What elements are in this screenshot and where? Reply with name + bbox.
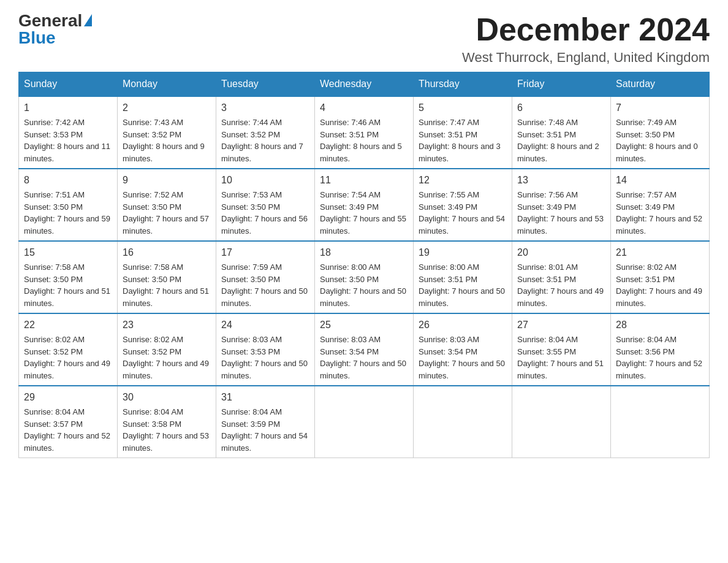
- calendar-empty-cell: [315, 386, 414, 458]
- calendar-day-26: 26Sunrise: 8:03 AMSunset: 3:54 PMDayligh…: [414, 313, 512, 386]
- day-number: 5: [419, 101, 507, 115]
- calendar-day-17: 17Sunrise: 7:59 AMSunset: 3:50 PMDayligh…: [216, 241, 315, 313]
- day-info: Sunrise: 8:03 AMSunset: 3:54 PMDaylight:…: [419, 334, 507, 381]
- day-info: Sunrise: 8:02 AMSunset: 3:52 PMDaylight:…: [24, 334, 112, 381]
- day-info: Sunrise: 7:56 AMSunset: 3:49 PMDaylight:…: [517, 189, 605, 237]
- day-info: Sunrise: 7:44 AMSunset: 3:52 PMDaylight:…: [221, 117, 309, 164]
- day-number: 1: [24, 101, 112, 115]
- page-header: General Blue December 2024 West Thurrock…: [18, 12, 710, 66]
- day-number: 31: [221, 390, 309, 405]
- calendar-day-2: 2Sunrise: 7:43 AMSunset: 3:52 PMDaylight…: [118, 96, 216, 169]
- calendar-day-20: 20Sunrise: 8:01 AMSunset: 3:51 PMDayligh…: [512, 241, 611, 313]
- day-info: Sunrise: 8:04 AMSunset: 3:55 PMDaylight:…: [517, 334, 605, 381]
- calendar-empty-cell: [414, 386, 512, 458]
- calendar-day-21: 21Sunrise: 8:02 AMSunset: 3:51 PMDayligh…: [611, 241, 710, 313]
- logo-blue-text: Blue: [18, 29, 56, 47]
- day-info: Sunrise: 7:51 AMSunset: 3:50 PMDaylight:…: [24, 189, 112, 237]
- day-info: Sunrise: 7:47 AMSunset: 3:51 PMDaylight:…: [419, 117, 507, 164]
- day-number: 24: [221, 318, 309, 332]
- day-info: Sunrise: 7:46 AMSunset: 3:51 PMDaylight:…: [320, 117, 408, 164]
- title-section: December 2024 West Thurrock, England, Un…: [462, 12, 710, 66]
- day-number: 30: [123, 390, 211, 405]
- calendar-header-monday: Monday: [118, 72, 216, 97]
- logo: General Blue: [18, 12, 92, 47]
- day-number: 26: [419, 318, 507, 332]
- day-info: Sunrise: 8:00 AMSunset: 3:50 PMDaylight:…: [320, 261, 408, 309]
- calendar-day-14: 14Sunrise: 7:57 AMSunset: 3:49 PMDayligh…: [611, 169, 710, 241]
- calendar-header-tuesday: Tuesday: [216, 72, 315, 97]
- day-info: Sunrise: 8:02 AMSunset: 3:52 PMDaylight:…: [123, 334, 211, 381]
- day-number: 9: [123, 173, 211, 188]
- calendar-day-8: 8Sunrise: 7:51 AMSunset: 3:50 PMDaylight…: [19, 169, 118, 241]
- calendar-week-row: 8Sunrise: 7:51 AMSunset: 3:50 PMDaylight…: [19, 169, 710, 241]
- calendar-empty-cell: [512, 386, 611, 458]
- day-number: 23: [123, 318, 211, 332]
- calendar-week-row: 15Sunrise: 7:58 AMSunset: 3:50 PMDayligh…: [19, 241, 710, 313]
- calendar-table: SundayMondayTuesdayWednesdayThursdayFrid…: [18, 72, 710, 458]
- day-info: Sunrise: 7:52 AMSunset: 3:50 PMDaylight:…: [123, 189, 211, 237]
- calendar-day-3: 3Sunrise: 7:44 AMSunset: 3:52 PMDaylight…: [216, 96, 315, 169]
- calendar-day-29: 29Sunrise: 8:04 AMSunset: 3:57 PMDayligh…: [19, 386, 118, 458]
- calendar-empty-cell: [611, 386, 710, 458]
- calendar-day-10: 10Sunrise: 7:53 AMSunset: 3:50 PMDayligh…: [216, 169, 315, 241]
- day-number: 21: [616, 245, 704, 260]
- calendar-day-30: 30Sunrise: 8:04 AMSunset: 3:58 PMDayligh…: [118, 386, 216, 458]
- calendar-day-7: 7Sunrise: 7:49 AMSunset: 3:50 PMDaylight…: [611, 96, 710, 169]
- calendar-day-12: 12Sunrise: 7:55 AMSunset: 3:49 PMDayligh…: [414, 169, 512, 241]
- calendar-day-22: 22Sunrise: 8:02 AMSunset: 3:52 PMDayligh…: [19, 313, 118, 386]
- calendar-day-18: 18Sunrise: 8:00 AMSunset: 3:50 PMDayligh…: [315, 241, 414, 313]
- day-number: 6: [517, 101, 605, 115]
- day-number: 10: [221, 173, 309, 188]
- day-info: Sunrise: 8:00 AMSunset: 3:51 PMDaylight:…: [419, 261, 507, 309]
- day-number: 29: [24, 390, 112, 405]
- day-number: 28: [616, 318, 704, 332]
- day-number: 22: [24, 318, 112, 332]
- calendar-day-11: 11Sunrise: 7:54 AMSunset: 3:49 PMDayligh…: [315, 169, 414, 241]
- day-info: Sunrise: 7:54 AMSunset: 3:49 PMDaylight:…: [320, 189, 408, 237]
- day-info: Sunrise: 7:49 AMSunset: 3:50 PMDaylight:…: [616, 117, 704, 164]
- month-title: December 2024: [462, 12, 710, 47]
- day-info: Sunrise: 8:02 AMSunset: 3:51 PMDaylight:…: [616, 261, 704, 309]
- calendar-week-row: 29Sunrise: 8:04 AMSunset: 3:57 PMDayligh…: [19, 386, 710, 458]
- calendar-day-27: 27Sunrise: 8:04 AMSunset: 3:55 PMDayligh…: [512, 313, 611, 386]
- day-info: Sunrise: 8:04 AMSunset: 3:56 PMDaylight:…: [616, 334, 704, 381]
- day-number: 14: [616, 173, 704, 188]
- logo-triangle-icon: [84, 14, 92, 26]
- day-info: Sunrise: 8:03 AMSunset: 3:54 PMDaylight:…: [320, 334, 408, 381]
- calendar-day-13: 13Sunrise: 7:56 AMSunset: 3:49 PMDayligh…: [512, 169, 611, 241]
- day-info: Sunrise: 7:55 AMSunset: 3:49 PMDaylight:…: [419, 189, 507, 237]
- calendar-day-16: 16Sunrise: 7:58 AMSunset: 3:50 PMDayligh…: [118, 241, 216, 313]
- calendar-day-31: 31Sunrise: 8:04 AMSunset: 3:59 PMDayligh…: [216, 386, 315, 458]
- day-info: Sunrise: 8:04 AMSunset: 3:59 PMDaylight:…: [221, 406, 309, 454]
- day-info: Sunrise: 7:57 AMSunset: 3:49 PMDaylight:…: [616, 189, 704, 237]
- calendar-day-19: 19Sunrise: 8:00 AMSunset: 3:51 PMDayligh…: [414, 241, 512, 313]
- calendar-header-wednesday: Wednesday: [315, 72, 414, 97]
- calendar-week-row: 1Sunrise: 7:42 AMSunset: 3:53 PMDaylight…: [19, 96, 710, 169]
- calendar-header-sunday: Sunday: [19, 72, 118, 97]
- day-number: 4: [320, 101, 408, 115]
- day-number: 8: [24, 173, 112, 188]
- day-info: Sunrise: 7:58 AMSunset: 3:50 PMDaylight:…: [123, 261, 211, 309]
- calendar-header-saturday: Saturday: [611, 72, 710, 97]
- calendar-header-thursday: Thursday: [414, 72, 512, 97]
- day-info: Sunrise: 8:04 AMSunset: 3:58 PMDaylight:…: [123, 406, 211, 454]
- calendar-day-28: 28Sunrise: 8:04 AMSunset: 3:56 PMDayligh…: [611, 313, 710, 386]
- logo-general-text: General: [18, 12, 82, 29]
- day-info: Sunrise: 8:01 AMSunset: 3:51 PMDaylight:…: [517, 261, 605, 309]
- calendar-day-5: 5Sunrise: 7:47 AMSunset: 3:51 PMDaylight…: [414, 96, 512, 169]
- day-info: Sunrise: 7:53 AMSunset: 3:50 PMDaylight:…: [221, 189, 309, 237]
- day-info: Sunrise: 7:58 AMSunset: 3:50 PMDaylight:…: [24, 261, 112, 309]
- calendar-day-6: 6Sunrise: 7:48 AMSunset: 3:51 PMDaylight…: [512, 96, 611, 169]
- calendar-day-25: 25Sunrise: 8:03 AMSunset: 3:54 PMDayligh…: [315, 313, 414, 386]
- day-number: 13: [517, 173, 605, 188]
- day-info: Sunrise: 7:48 AMSunset: 3:51 PMDaylight:…: [517, 117, 605, 164]
- day-number: 15: [24, 245, 112, 260]
- day-number: 11: [320, 173, 408, 188]
- day-number: 20: [517, 245, 605, 260]
- calendar-day-24: 24Sunrise: 8:03 AMSunset: 3:53 PMDayligh…: [216, 313, 315, 386]
- day-number: 18: [320, 245, 408, 260]
- day-info: Sunrise: 7:43 AMSunset: 3:52 PMDaylight:…: [123, 117, 211, 164]
- day-number: 25: [320, 318, 408, 332]
- calendar-day-15: 15Sunrise: 7:58 AMSunset: 3:50 PMDayligh…: [19, 241, 118, 313]
- calendar-header-friday: Friday: [512, 72, 611, 97]
